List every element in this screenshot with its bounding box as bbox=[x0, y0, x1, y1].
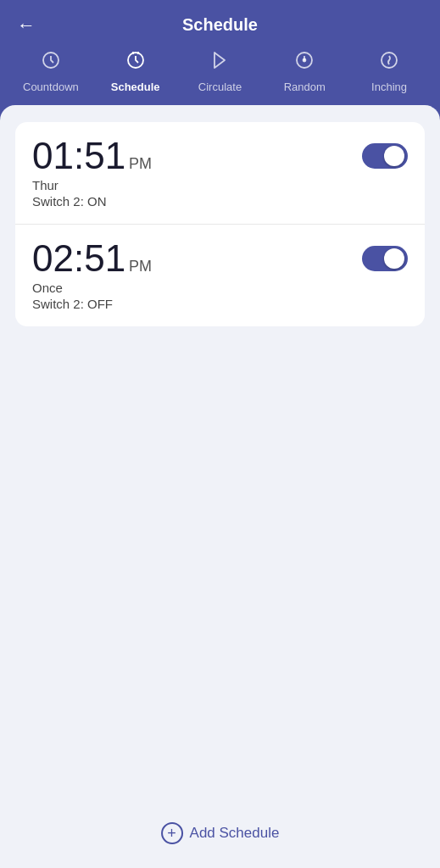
tab-inching[interactable]: Inching bbox=[359, 50, 419, 93]
tab-schedule[interactable]: Schedule bbox=[106, 50, 165, 93]
tab-schedule-label: Schedule bbox=[111, 81, 160, 93]
time-display-1: 01:51PM bbox=[32, 137, 152, 175]
schedule-day-1: Thur bbox=[32, 178, 408, 192]
schedule-icon bbox=[125, 50, 146, 75]
schedule-list: 01:51PM Thur Switch 2: ON 02:51PM Once S… bbox=[15, 122, 425, 326]
ampm-2: PM bbox=[129, 258, 152, 275]
add-schedule-button[interactable]: + Add Schedule bbox=[161, 822, 280, 844]
svg-point-6 bbox=[304, 59, 306, 62]
add-icon: + bbox=[161, 822, 183, 844]
schedule-item-2: 02:51PM Once Switch 2: OFF bbox=[15, 225, 425, 326]
time-value-2: 02:51 bbox=[32, 237, 125, 279]
content-card: 01:51PM Thur Switch 2: ON 02:51PM Once S… bbox=[0, 105, 440, 868]
tab-circulate-label: Circulate bbox=[198, 81, 242, 93]
toggle-wrap-2[interactable] bbox=[362, 246, 408, 271]
tab-random[interactable]: Random bbox=[275, 50, 334, 93]
ampm-1: PM bbox=[129, 155, 152, 172]
inching-icon bbox=[379, 50, 399, 75]
toggle-2[interactable] bbox=[362, 246, 408, 271]
tab-inching-label: Inching bbox=[371, 81, 407, 93]
tab-random-label: Random bbox=[284, 81, 326, 93]
toggle-1[interactable] bbox=[362, 143, 408, 169]
toggle-wrap-1[interactable] bbox=[362, 143, 408, 169]
page-title: Schedule bbox=[182, 15, 258, 35]
schedule-day-2: Once bbox=[32, 281, 408, 295]
header: ← Schedule bbox=[0, 0, 440, 35]
schedule-item-1: 01:51PM Thur Switch 2: ON bbox=[15, 122, 425, 225]
tab-countdown[interactable]: Countdown bbox=[21, 50, 81, 93]
circulate-icon bbox=[209, 50, 230, 75]
add-schedule-label: Add Schedule bbox=[190, 825, 280, 842]
tab-bar: Countdown Schedule Circulate bbox=[0, 35, 440, 105]
schedule-action-1: Switch 2: ON bbox=[32, 194, 408, 209]
schedule-action-2: Switch 2: OFF bbox=[32, 297, 408, 311]
back-button[interactable]: ← bbox=[17, 14, 36, 36]
random-icon bbox=[294, 50, 315, 75]
countdown-icon bbox=[41, 50, 61, 75]
tab-circulate[interactable]: Circulate bbox=[190, 50, 249, 93]
time-value-1: 01:51 bbox=[32, 135, 125, 176]
time-row-2: 02:51PM bbox=[32, 240, 408, 277]
time-display-2: 02:51PM bbox=[32, 240, 152, 277]
time-row-1: 01:51PM bbox=[32, 137, 408, 175]
tab-countdown-label: Countdown bbox=[23, 81, 79, 93]
